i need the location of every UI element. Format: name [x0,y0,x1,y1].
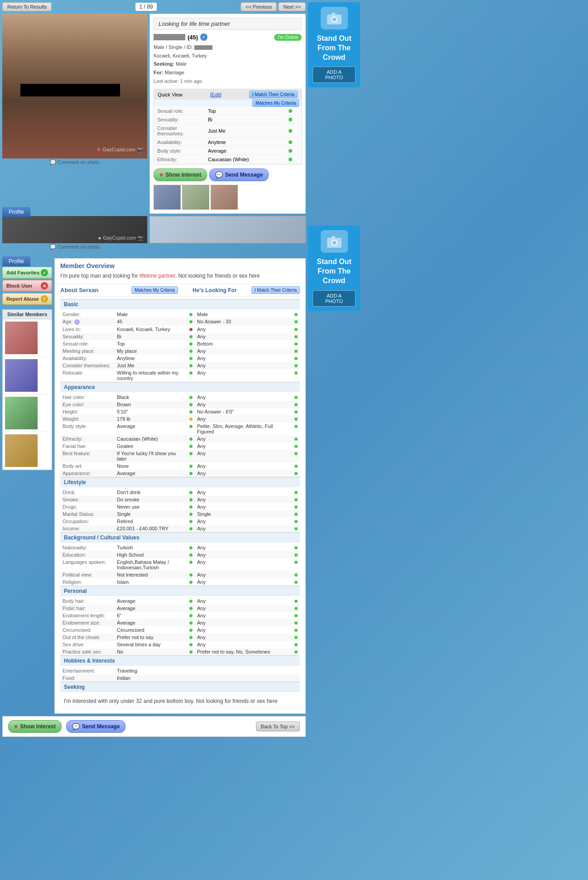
hobbies-table: Entertainment: Traveling Food: Indian [60,667,300,682]
table-row: Age: i 45 No Answer - 33 [60,318,300,326]
second-photo-watermark: ♥ GayCupid.com 📷 [98,235,144,241]
warn-icon: ! [41,295,48,303]
send-message-bottom-button[interactable]: 💬 Send Message [66,720,125,733]
table-row: Ethnicity: Caucasian (White) Any [60,435,300,442]
qv-row: Sexuality: Bi [155,116,300,124]
table-row: Gender: Male Male [60,311,300,318]
table-row: Sexual role: Top Bottom [60,340,300,347]
quick-view-section: Quick View [Edit] I Match Their Criteria… [154,89,302,165]
heart-icon-bottom: ♥ [14,723,18,730]
thumbnail-2[interactable] [182,185,209,210]
add-photo-button-2[interactable]: ADD A PHOTO [313,290,356,307]
block-user-button[interactable]: Block User ✕ [2,280,52,292]
prev-button[interactable]: << Previous [241,2,277,11]
table-row: Height: 5'10" No Answer - 6'0" [60,408,300,415]
similar-member-item[interactable] [3,357,52,394]
member-overview: Member Overview I'm pure top man and loo… [55,259,305,284]
svg-point-2 [333,18,336,21]
photo-thumbnails [154,185,302,210]
hobbies-section-header: Hobbies & Interests [60,655,300,666]
back-to-top-button[interactable]: Back To Top >> [256,721,300,731]
censored-bar [20,84,120,96]
background-section-header: Background / Cultural Values [60,532,300,543]
svg-rect-7 [332,236,335,238]
return-to-results-button[interactable]: Return To Results [2,2,52,11]
matches-my-criteria-btn[interactable]: Matches My Criteria [252,99,299,107]
similar-members-header: Similar Members [3,310,52,319]
seeking-section-header: Seeking [60,682,300,692]
table-row: Eye color: Brown Any [60,401,300,408]
send-message-button[interactable]: 💬 Send Message [209,168,269,181]
table-row: Marital Status: Single Single [60,510,300,518]
second-profile-photo: ♥ GayCupid.com 📷 [2,216,147,243]
table-row: Availability: Anytime Any [60,355,300,362]
table-row: Pubic hair: Average Any [60,605,300,612]
similar-member-avatar-4 [5,434,38,467]
thumbnail-1[interactable] [154,185,181,210]
show-interest-bottom-button[interactable]: ♥ Show Interest [8,720,62,733]
profile-tab-2[interactable]: Profile [2,256,30,266]
add-photo-button-1[interactable]: ADD A PHOTO [313,67,356,83]
i-match-their-criteria-sm[interactable]: I Match Their Criteria [251,286,300,294]
add-favorites-button[interactable]: Add Favorites ✓ [2,267,52,279]
seeking-detail: Seeking: Male [154,60,302,68]
x-icon: ✕ [41,282,48,289]
table-row: Body art: None Any [60,462,300,470]
heart-icon: ♥ [159,171,163,178]
quick-view-header: Quick View [Edit] I Match Their Criteria [154,89,301,100]
matches-my-criteria-sm[interactable]: Matches My Criteria [131,286,178,294]
member-overview-title: Member Overview [60,262,300,269]
personal-table: Body hair: Average Any Pubic hair: Avera… [60,597,300,655]
table-row: Relocate: Willing to relocate within my … [60,369,300,382]
gaycupid-watermark: ♥ GayCupid.com 📷 [97,146,144,153]
similar-member-item[interactable] [3,319,52,357]
table-row: Languages spoken: English,Bahasa Malay /… [60,558,300,571]
table-row: Consider themselves: Just Me Any [60,362,300,369]
table-row: Appearance: Average Any [60,470,300,477]
about-section: About Serxan Matches My Criteria He's Lo… [55,284,305,713]
basic-table: Gender: Male Male Age: i 45 No Answer - … [60,311,300,382]
profile-sidebar: Profile Add Favorites ✓ Block User ✕ Rep… [2,258,52,714]
table-row: Drink: Don't drink Any [60,489,300,496]
thumbnail-3[interactable] [211,185,238,210]
edit-link[interactable]: [Edit] [210,92,222,97]
table-row: Body style: Average Petite, Slim, Averag… [60,423,300,435]
table-row: Out of the closet: Prefer not to say Any [60,634,300,641]
table-row: Political view: Not interested Any [60,571,300,578]
ad-title-1: Stand Out From The Crowd [313,34,356,62]
similar-member-item[interactable] [3,432,52,470]
profile-tab[interactable]: Profile [2,207,30,217]
age-badge: (45) [188,34,198,41]
main-profile-photo: ♥ GayCupid.com 📷 [2,14,147,159]
check-icon: ✓ [41,269,48,276]
table-row: Religion: Islam Any [60,578,300,586]
table-row: Circumcised: Circumcised Any [60,626,300,634]
qv-row: Consider themselves: Just Me [155,125,300,138]
table-row: Endowment size: Average Any [60,619,300,626]
gender-status: Male / Single / ID: [154,43,302,52]
similar-member-item[interactable] [3,394,52,432]
about-header: About Serxan Matches My Criteria He's Lo… [60,284,300,297]
report-abuse-button[interactable]: Report Abuse ! [2,293,52,305]
looking-for-label: He's Looking For [180,287,249,293]
second-photo-thumbnails [149,216,306,243]
profile-detail-panel: Member Overview I'm pure top man and loo… [54,258,306,714]
i-match-their-criteria-btn[interactable]: I Match Their Criteria [249,91,298,98]
table-row: Occupation: Retired Any [60,518,300,525]
last-active: Last active: 1 min ago [154,77,302,86]
table-row: Sex drive: Several times a day Any [60,641,300,648]
message-icon-bottom: 💬 [72,723,80,730]
ad-camera-icon-1 [321,7,348,29]
show-interest-button[interactable]: ♥ Show Interest [154,168,207,181]
table-row: Nationality: Turkish Any [60,544,300,551]
profile-body: Profile Add Favorites ✓ Block User ✕ Rep… [2,258,306,714]
comment-on-photo-link-2[interactable]: 💬 Comment on photo [2,244,147,250]
table-row: Sexuality: Bi Any [60,333,300,340]
next-button[interactable]: Next >> [278,2,306,11]
table-row: Food: Indian [60,674,300,682]
online-badge: I'm Online [274,34,302,41]
table-row: Drugs: Never use Any [60,503,300,510]
comment-on-photo-link[interactable]: 💬 Comment on photo [2,159,147,165]
lifestyle-table: Drink: Don't drink Any Smoke: Do smoke A… [60,489,300,532]
looking-for-banner: Looking for life time partner [154,18,302,30]
